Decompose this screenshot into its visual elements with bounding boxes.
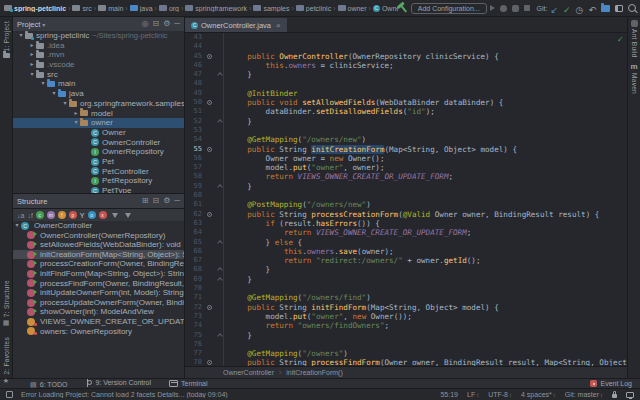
code-line[interactable]: 66 this.owners.save(owner); [185, 247, 627, 256]
structure-item[interactable]: processCreationForm(Owner, BindingResult… [13, 259, 184, 269]
breadcrumb-item[interactable]: org [159, 5, 179, 12]
event-log-button[interactable]: Event Log [590, 380, 632, 387]
tree-toggle-icon[interactable]: ▾ [28, 70, 36, 80]
layout-icon[interactable] [615, 5, 623, 12]
line-number[interactable]: 43 [185, 33, 205, 42]
tree-toggle-icon[interactable]: ▾ [72, 118, 80, 128]
code-line[interactable]: 59 } [185, 182, 627, 191]
debug-icon[interactable] [500, 5, 507, 12]
line-number[interactable]: 76 [185, 340, 205, 349]
project-tree-item[interactable]: ▾src [13, 70, 184, 80]
code-line[interactable]: 67 return "redirect:/owners/" + owner.ge… [185, 256, 627, 265]
structure-item[interactable]: ▾COwnerController [13, 221, 184, 231]
line-number[interactable]: 55 [185, 145, 205, 154]
tree-toggle-icon[interactable]: ▸ [28, 60, 36, 70]
breadcrumb-item[interactable]: springframework [185, 5, 247, 12]
search-icon[interactable] [628, 4, 636, 12]
toolwindow-button-maven[interactable]: m Maven [628, 63, 640, 94]
code-line[interactable]: 44 [185, 42, 627, 51]
code-line[interactable]: 65 } else { [185, 238, 627, 247]
editor-breadcrumb-item[interactable]: OwnerController [223, 369, 274, 376]
line-number[interactable]: 51 [185, 107, 205, 116]
fold-marker-icon[interactable] [216, 265, 223, 274]
line-number[interactable]: 60 [185, 191, 205, 200]
line-number[interactable]: 49 [185, 89, 205, 98]
fold-marker-icon[interactable] [216, 275, 223, 284]
tree-toggle-icon[interactable]: ▾ [17, 31, 25, 41]
line-number[interactable]: 48 [185, 79, 205, 88]
project-tree-item[interactable]: CPet [13, 157, 184, 167]
code-line[interactable]: 72 public String initFindForm(Map<String… [185, 303, 627, 312]
line-number[interactable]: 66 [185, 247, 205, 256]
gutter-marker-icon[interactable] [205, 210, 216, 219]
structure-item[interactable]: owners: OwnerRepository [13, 327, 184, 337]
line-number[interactable]: 58 [185, 172, 205, 181]
settings-icon[interactable]: ⚙ [163, 195, 170, 207]
close-tab-icon[interactable]: × [276, 21, 281, 30]
gutter-marker-icon[interactable] [205, 358, 216, 366]
structure-item[interactable]: initFindForm(Map<String, Object>): Strin… [13, 269, 184, 279]
code-line[interactable]: 55 public String initCreationForm(Map<St… [185, 145, 627, 154]
code-line[interactable]: 49 @InitBinder [185, 89, 627, 98]
line-number[interactable]: 63 [185, 219, 205, 228]
lock-icon[interactable] [612, 394, 617, 398]
code-line[interactable]: 68 } [185, 265, 627, 274]
line-number[interactable]: 46 [185, 61, 205, 70]
code-line[interactable]: 51 dataBinder.setDisallowedFields("id"); [185, 107, 627, 116]
project-tree-item[interactable]: ▾main [13, 79, 184, 89]
line-number[interactable]: 68 [185, 265, 205, 274]
project-tree-item[interactable]: ▾owner [13, 118, 184, 128]
rollback-icon[interactable] [588, 0, 596, 17]
code-line[interactable]: 69 } [185, 275, 627, 284]
hide-icon[interactable]: ─ [174, 195, 180, 207]
code-line[interactable]: 50 public void setAllowedFields(WebDataB… [185, 98, 627, 107]
structure-filter-icon[interactable]: p [69, 211, 77, 219]
build-hammer-icon[interactable] [396, 1, 410, 15]
code-line[interactable]: 61 @PostMapping("/owners/new") [185, 200, 627, 209]
filter-funnel-icon[interactable] [112, 213, 118, 218]
project-tree-item[interactable]: CPetController [13, 167, 184, 177]
screen-reader-icon[interactable] [626, 392, 634, 398]
toolwindow-button-version-control[interactable]: 9: Version Control [85, 379, 151, 387]
line-number[interactable]: 77 [185, 349, 205, 358]
line-number[interactable]: 71 [185, 293, 205, 302]
line-number[interactable]: 47 [185, 70, 205, 79]
tree-toggle-icon[interactable]: ▾ [13, 221, 21, 231]
structure-item[interactable]: processFindForm(Owner, BindingResult, Ma… [13, 279, 184, 289]
line-number[interactable]: 67 [185, 256, 205, 265]
structure-filter-icon[interactable]: x [99, 211, 107, 219]
git-branch[interactable]: Git: master↕ [565, 391, 603, 398]
code-line[interactable]: 60 [185, 191, 627, 200]
breadcrumb-item[interactable]: petclinic [296, 5, 331, 12]
history-icon[interactable] [576, 0, 584, 17]
breadcrumb-item[interactable]: OwnerCont [373, 5, 398, 12]
project-tree-item[interactable]: IOwnerRepository [13, 147, 184, 157]
line-number[interactable]: 70 [185, 284, 205, 293]
breadcrumb-item[interactable]: samples [253, 5, 289, 12]
toolwindow-button-terminal[interactable]: Terminal [169, 380, 207, 387]
run-icon[interactable] [490, 5, 495, 11]
code-line[interactable]: 53 [185, 126, 627, 135]
code-line[interactable]: 77 @GetMapping("/owners") [185, 349, 627, 358]
project-tree-item[interactable]: ▾java [13, 89, 184, 99]
structure-item[interactable]: VIEWS_OWNER_CREATE_OR_UPDATE_FORM [13, 317, 184, 327]
code-line[interactable]: 71 @GetMapping("/owners/find") [185, 293, 627, 302]
locate-icon[interactable]: ◎ [141, 18, 148, 30]
line-number[interactable]: 50 [185, 98, 205, 107]
sort-icon[interactable]: ↓f [27, 212, 32, 219]
line-number[interactable]: 59 [185, 182, 205, 191]
code-line[interactable]: 52 } [185, 117, 627, 126]
inspection-ok-icon[interactable]: ✓ [618, 34, 623, 44]
line-number[interactable]: 65 [185, 238, 205, 247]
project-tree-item[interactable]: ▾spring-petclinic~/Sites/spring-petclini… [13, 31, 184, 41]
code-line[interactable]: 73 model.put("owner", new Owner()); [185, 312, 627, 321]
line-number[interactable]: 64 [185, 228, 205, 237]
fold-marker-icon[interactable] [216, 182, 223, 191]
line-number[interactable]: 45 [185, 52, 205, 61]
git-update-icon[interactable] [551, 0, 559, 17]
code-line[interactable]: 64 return VIEWS_OWNER_CREATE_OR_UPDATE_F… [185, 228, 627, 237]
indent-style[interactable]: 4 spaces*↕ [521, 391, 556, 398]
gutter-marker-icon[interactable] [205, 98, 216, 107]
toolwindow-button-project[interactable]: 1: Project [0, 21, 12, 58]
sort-icon[interactable]: ↓a [17, 212, 24, 219]
